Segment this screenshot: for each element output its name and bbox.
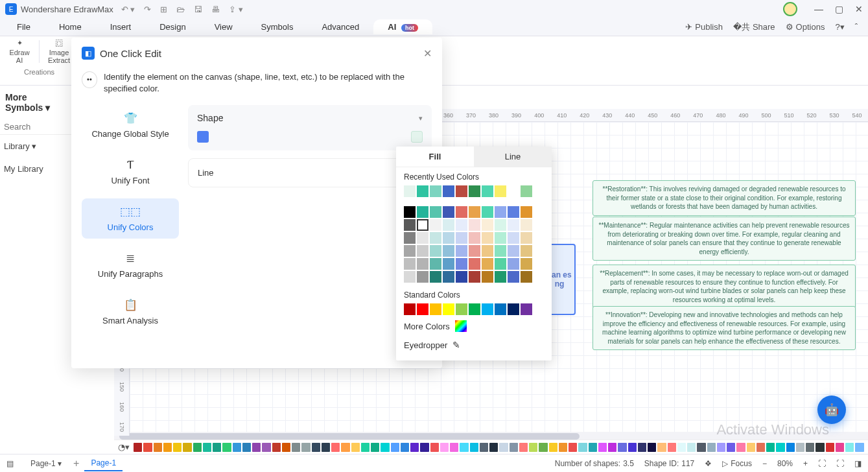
color-swatch[interactable] (495, 219, 506, 231)
color-swatch[interactable] (417, 206, 428, 218)
more-symbols-dropdown[interactable]: More Symbols ▾ (0, 86, 71, 119)
color-swatch[interactable] (495, 245, 506, 257)
color-swatch[interactable] (443, 232, 454, 244)
option-unify-font[interactable]: ƬUnify Font (82, 152, 179, 192)
undo-icon[interactable]: ↶ ▾ (121, 5, 135, 14)
export-icon[interactable]: ⇪ ▾ (229, 5, 243, 14)
color-swatch[interactable] (482, 232, 493, 244)
strip-color[interactable] (786, 443, 795, 452)
strip-color[interactable] (460, 443, 468, 452)
color-swatch[interactable] (508, 258, 519, 270)
strip-color[interactable] (668, 443, 676, 452)
strip-color[interactable] (510, 443, 518, 452)
menu-view[interactable]: View (200, 19, 247, 34)
strip-color[interactable] (618, 443, 626, 452)
color-swatch[interactable] (443, 206, 454, 218)
strip-color[interactable] (845, 443, 854, 452)
color-swatch[interactable] (417, 258, 428, 270)
color-swatch[interactable] (469, 258, 480, 270)
tab-fill[interactable]: Fill (396, 147, 474, 167)
strip-color[interactable] (549, 443, 557, 452)
strip-color[interactable] (292, 443, 300, 452)
color-swatch[interactable] (417, 245, 428, 257)
color-swatch[interactable] (417, 219, 428, 231)
minimize-icon[interactable]: — (814, 4, 823, 14)
color-swatch[interactable] (443, 219, 454, 231)
strip-color[interactable] (489, 443, 498, 452)
color-swatch[interactable] (443, 271, 454, 283)
shape-from-color[interactable] (197, 131, 209, 143)
color-swatch[interactable] (482, 219, 493, 231)
strip-color[interactable] (322, 443, 330, 452)
strip-color[interactable] (707, 443, 716, 452)
strip-color[interactable] (242, 443, 251, 452)
color-swatch[interactable] (404, 271, 416, 283)
color-swatch[interactable] (495, 258, 506, 270)
strip-color[interactable] (143, 443, 152, 452)
menu-design[interactable]: Design (145, 19, 200, 34)
strip-color[interactable] (401, 443, 409, 452)
strip-color[interactable] (589, 443, 597, 452)
color-swatch[interactable] (404, 206, 416, 218)
strip-color[interactable] (420, 443, 428, 452)
option-unify-paragraphs[interactable]: ≣Unify Paragraphs (82, 245, 179, 285)
fill-tool-icon[interactable]: ◔▾ (118, 442, 130, 452)
color-swatch[interactable] (404, 303, 416, 315)
color-swatch[interactable] (469, 271, 480, 283)
color-swatch[interactable] (482, 271, 493, 283)
strip-color[interactable] (559, 443, 567, 452)
color-swatch[interactable] (521, 303, 532, 315)
zoom-in-icon[interactable]: + (803, 459, 808, 468)
tab-line[interactable]: Line (474, 147, 552, 167)
color-swatch[interactable] (482, 245, 493, 257)
color-swatch[interactable] (521, 206, 532, 218)
color-swatch[interactable] (495, 185, 506, 197)
menu-insert[interactable]: Insert (96, 19, 146, 34)
my-library-item[interactable]: My Library (0, 158, 71, 180)
redo-icon[interactable]: ↷ (144, 5, 151, 14)
color-swatch[interactable] (469, 303, 480, 315)
strip-color[interactable] (440, 443, 449, 452)
shape-dropdown-icon[interactable]: ▾ (419, 114, 423, 123)
strip-color[interactable] (173, 443, 182, 452)
option-global-style[interactable]: 👕Change Global Style (82, 105, 179, 145)
strip-color[interactable] (717, 443, 725, 452)
color-swatch[interactable] (404, 232, 416, 244)
menu-symbols[interactable]: Symbols (247, 19, 308, 34)
color-swatch[interactable] (521, 258, 532, 270)
color-swatch[interactable] (482, 258, 493, 270)
mindmap-leaf-node[interactable]: **Restoration**: This involves reviving … (592, 180, 856, 216)
shape-to-color[interactable] (411, 131, 423, 143)
strip-color[interactable] (687, 443, 696, 452)
color-swatch[interactable] (430, 185, 441, 197)
strip-color[interactable] (657, 443, 666, 452)
color-swatch[interactable] (456, 258, 467, 270)
strip-color[interactable] (648, 443, 656, 452)
zoom-level[interactable]: 80% (777, 459, 793, 468)
color-swatch[interactable] (430, 271, 441, 283)
color-swatch[interactable] (482, 303, 493, 315)
strip-color[interactable] (391, 443, 399, 452)
color-swatch[interactable] (404, 245, 416, 257)
strip-color[interactable] (815, 443, 824, 452)
color-swatch[interactable] (508, 303, 519, 315)
strip-color[interactable] (213, 443, 221, 452)
color-swatch[interactable] (521, 185, 532, 197)
strip-color[interactable] (450, 443, 458, 452)
strip-color[interactable] (154, 443, 162, 452)
strip-color[interactable] (697, 443, 705, 452)
color-swatch[interactable] (456, 206, 467, 218)
edraw-ai-button[interactable]: ✦ Edraw AI (0, 36, 39, 67)
close-dialog-icon[interactable]: ✕ (423, 47, 432, 60)
strip-color[interactable] (183, 443, 191, 452)
zoom-out-icon[interactable]: − (762, 459, 767, 468)
color-swatch[interactable] (469, 232, 480, 244)
mindmap-leaf-node[interactable]: **Innovation**: Developing new and innov… (592, 306, 856, 350)
focus-button[interactable]: ▷ Focus (722, 459, 752, 468)
strip-color[interactable] (301, 443, 310, 452)
mindmap-leaf-node[interactable]: **Maintenance**: Regular maintenance act… (592, 217, 856, 261)
color-swatch[interactable] (521, 245, 532, 257)
menu-file[interactable]: File (3, 19, 45, 34)
strip-color[interactable] (282, 443, 290, 452)
color-swatch[interactable] (508, 219, 519, 231)
